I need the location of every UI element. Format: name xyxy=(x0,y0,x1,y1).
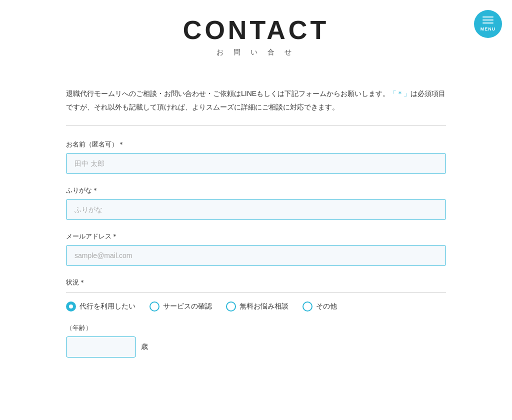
radio-option-1[interactable]: 代行を利用したい xyxy=(66,302,136,312)
radio-icon-1 xyxy=(66,302,76,312)
age-input[interactable] xyxy=(66,336,136,358)
page-subtitle: お 問 い 合 せ xyxy=(0,48,512,57)
email-input[interactable] xyxy=(66,245,446,266)
highlight-text: 「＊」 xyxy=(390,90,410,98)
age-row: 歳 xyxy=(66,336,446,358)
radio-option-4[interactable]: その他 xyxy=(302,302,337,312)
menu-icon xyxy=(482,16,494,24)
radio-label-4: その他 xyxy=(316,302,337,311)
age-field-group: （年齢） 歳 xyxy=(66,324,446,358)
age-unit: 歳 xyxy=(141,342,148,352)
furigana-field-group: ふりがな＊ xyxy=(66,186,446,220)
radio-option-3[interactable]: 無料お悩み相談 xyxy=(226,302,288,312)
menu-button[interactable]: MENU xyxy=(474,10,502,38)
radio-label-3: 無料お悩み相談 xyxy=(240,302,288,311)
radio-option-2[interactable]: サービスの確認 xyxy=(150,302,212,312)
email-field-group: メールアドレス＊ xyxy=(66,232,446,266)
status-divider xyxy=(66,292,446,292)
section-divider xyxy=(66,126,446,126)
name-field-group: お名前（匿名可）＊ xyxy=(66,140,446,174)
status-field-group: 状況＊ 代行を利用したい サービスの確認 無料お悩み相談 その他 xyxy=(66,278,446,312)
radio-icon-3 xyxy=(226,302,236,312)
radio-label-2: サービスの確認 xyxy=(163,302,212,311)
menu-label: MENU xyxy=(480,26,496,32)
radio-group: 代行を利用したい サービスの確認 無料お悩み相談 その他 xyxy=(66,302,446,312)
name-input[interactable] xyxy=(66,153,446,174)
furigana-label: ふりがな＊ xyxy=(66,186,446,195)
radio-label-1: 代行を利用したい xyxy=(80,302,136,311)
email-label: メールアドレス＊ xyxy=(66,232,446,241)
radio-icon-2 xyxy=(150,302,160,312)
radio-icon-4 xyxy=(302,302,312,312)
page-title: CONTACT xyxy=(0,15,512,45)
age-label: （年齢） xyxy=(66,324,446,332)
content-area: 退職代行モームリへのご相談・お問い合わせ・ご依頼はLINEもしくは下記フォームか… xyxy=(51,62,461,378)
description-text: 退職代行モームリへのご相談・お問い合わせ・ご依頼はLINEもしくは下記フォームか… xyxy=(66,87,446,114)
name-label: お名前（匿名可）＊ xyxy=(66,140,446,149)
furigana-input[interactable] xyxy=(66,199,446,220)
status-label: 状況＊ xyxy=(66,278,446,287)
page-header: CONTACT お 問 い 合 せ xyxy=(0,0,512,62)
